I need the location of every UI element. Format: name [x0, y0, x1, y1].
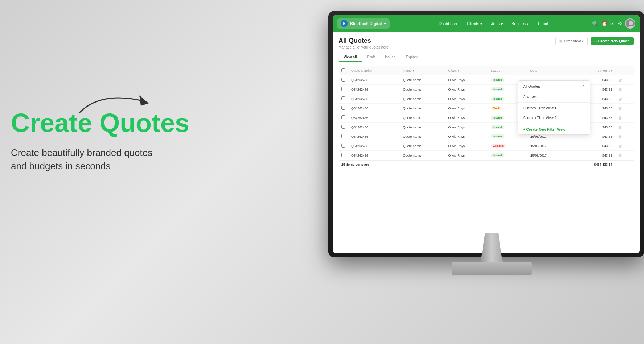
mail-icon[interactable]: ✉ [610, 21, 615, 26]
table-row: Q54262456 Quote name Olivia Rhys Issued … [339, 151, 634, 161]
delete-icon[interactable]: 🗑 [618, 78, 622, 82]
curved-arrow-icon [73, 83, 181, 127]
row-client: Olivia Rhys [445, 85, 488, 94]
page-title: All Quotes [339, 37, 390, 45]
status-badge: Issued [491, 78, 504, 82]
brand-pill[interactable]: B BlueRock Digital ▾ [337, 18, 390, 29]
row-checkbox-2[interactable] [341, 96, 345, 100]
page-subtitle: Manage all of your quotes here. [339, 45, 390, 49]
col-actions [615, 66, 634, 75]
dropdown-item-all-quotes[interactable]: All Quotes ✓ [518, 81, 590, 92]
col-client[interactable]: Client ▾ [445, 66, 488, 75]
svg-point-1 [627, 26, 635, 29]
row-name: Quote name [400, 132, 446, 141]
row-client: Olivia Rhys [445, 113, 488, 123]
row-delete[interactable]: 🗑 [615, 151, 634, 161]
row-checkbox-cell [339, 123, 348, 132]
row-delete[interactable]: 🗑 [615, 85, 634, 94]
col-name[interactable]: Name ▾ [400, 66, 446, 75]
row-status: Expired [488, 141, 528, 151]
select-all-header [339, 66, 348, 75]
row-delete[interactable]: 🗑 [615, 104, 634, 113]
create-new-quote-button[interactable]: + Create New Quote [591, 37, 634, 45]
nav-dashboard[interactable]: Dashboard [435, 20, 462, 27]
row-name: Quote name [400, 85, 446, 94]
row-quote-number: Q54262456 [348, 141, 400, 151]
nav-clients[interactable]: Clients ▾ [463, 20, 486, 28]
row-name: Quote name [400, 151, 446, 161]
col-status: Status [488, 66, 528, 75]
clock-icon[interactable]: ⏰ [601, 21, 607, 26]
delete-icon[interactable]: 🗑 [618, 153, 622, 158]
avatar[interactable] [625, 18, 635, 29]
total-amount: $434,433.54 [570, 160, 615, 169]
nav-jobs[interactable]: Jobs ▾ [488, 20, 506, 28]
row-client: Olivia Rhys [445, 94, 488, 104]
row-checkbox-3[interactable] [341, 106, 345, 110]
row-name: Quote name [400, 141, 446, 151]
tab-expired[interactable]: Expired [401, 53, 423, 62]
dropdown-create-filter[interactable]: + Create New Filter View [518, 125, 590, 134]
row-checkbox-7[interactable] [341, 144, 345, 148]
row-quote-number: Q54262456 [348, 75, 400, 85]
row-checkbox-8[interactable] [341, 153, 345, 157]
row-checkbox-6[interactable] [341, 134, 345, 138]
filter-view-button[interactable]: ⊟ Filter View ▾ [555, 37, 588, 45]
row-delete[interactable]: 🗑 [615, 113, 634, 123]
row-name: Quote name [400, 104, 446, 113]
delete-icon[interactable]: 🗑 [618, 125, 622, 129]
row-delete[interactable]: 🗑 [615, 75, 634, 85]
row-quote-number: Q54262456 [348, 123, 400, 132]
nav-business[interactable]: Business [508, 20, 532, 27]
delete-icon[interactable]: 🗑 [618, 116, 622, 120]
row-checkbox-cell [339, 104, 348, 113]
row-checkbox-0[interactable] [341, 78, 345, 82]
dropdown-item-custom-1[interactable]: Custom Filter View 1 [518, 103, 590, 113]
delete-icon[interactable]: 🗑 [618, 87, 622, 92]
nav-reports[interactable]: Reports [533, 20, 554, 27]
row-date: 15/08/2017 [528, 141, 570, 151]
dropdown-item-archived[interactable]: Archived [518, 92, 590, 101]
status-badge: Draft [491, 106, 502, 110]
row-client: Olivia Rhys [445, 104, 488, 113]
brand-name: BlueRock Digital [350, 21, 382, 26]
delete-icon[interactable]: 🗑 [618, 144, 622, 148]
status-badge: Issued [491, 125, 504, 129]
row-delete[interactable]: 🗑 [615, 94, 634, 104]
row-checkbox-5[interactable] [341, 125, 345, 129]
status-badge: Issued [491, 153, 504, 157]
nav-jobs-chevron: ▾ [501, 21, 503, 26]
items-per-page: 25 items per page [339, 160, 570, 169]
nav-dashboard-label: Dashboard [439, 21, 458, 26]
table-row: Q54262456 Quote name Olivia Rhys Expired… [339, 141, 634, 151]
col-amount[interactable]: Amount ▾ [570, 66, 615, 75]
dropdown-create-filter-label: + Create New Filter View [523, 128, 565, 132]
tab-view-all[interactable]: View all [339, 53, 362, 62]
tab-issued[interactable]: Issued [380, 53, 401, 62]
delete-icon[interactable]: 🗑 [618, 134, 622, 139]
row-delete[interactable]: 🗑 [615, 132, 634, 141]
row-name: Quote name [400, 113, 446, 123]
row-quote-number: Q54262456 [348, 94, 400, 104]
row-delete[interactable]: 🗑 [615, 123, 634, 132]
row-quote-number: Q54262456 [348, 113, 400, 123]
search-icon[interactable]: 🔍 [592, 21, 598, 26]
select-all-checkbox[interactable] [341, 68, 345, 72]
row-checkbox-4[interactable] [341, 115, 345, 119]
dropdown-all-quotes-label: All Quotes [523, 84, 540, 88]
row-checkbox-cell [339, 94, 348, 104]
status-badge: Expired [491, 144, 506, 148]
settings-icon[interactable]: ⚙ [618, 21, 622, 26]
tab-draft[interactable]: Draft [362, 53, 380, 62]
dropdown-custom-2-label: Custom Filter View 2 [523, 116, 557, 120]
monitor-stand-base [452, 262, 532, 275]
row-client: Olivia Rhys [445, 132, 488, 141]
row-checkbox-1[interactable] [341, 87, 345, 91]
row-delete[interactable]: 🗑 [615, 141, 634, 151]
delete-icon[interactable]: 🗑 [618, 97, 622, 101]
arrow-container [73, 83, 181, 127]
delete-icon[interactable]: 🗑 [618, 106, 622, 111]
dropdown-item-custom-2[interactable]: Custom Filter View 2 [518, 113, 590, 123]
navbar: B BlueRock Digital ▾ Dashboard Clients ▾ [333, 15, 640, 32]
row-client: Olivia Rhys [445, 151, 488, 161]
